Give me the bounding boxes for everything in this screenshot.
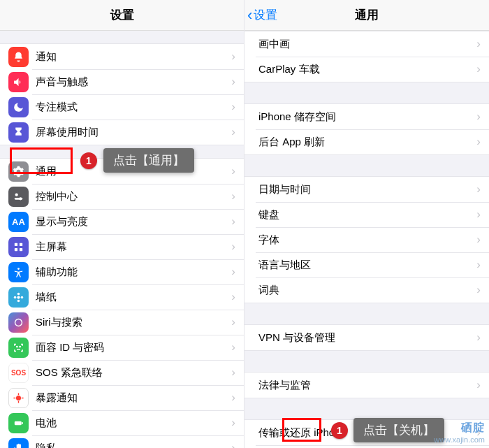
row-exposure[interactable]: 暴露通知 › (0, 385, 244, 410)
row-faceid[interactable]: 面容 ID 与密码 › (0, 335, 244, 360)
row-focus[interactable]: 专注模式 › (0, 94, 244, 120)
row-vpn[interactable]: VPN 与设备管理 › (245, 325, 489, 350)
textsize-icon: AA (8, 212, 29, 232)
row-control-center[interactable]: 控制中心 › (0, 184, 244, 209)
flower-icon (8, 287, 29, 308)
row-wallpaper[interactable]: 墙纸 › (0, 284, 244, 310)
svg-rect-3 (15, 243, 17, 245)
left-group-0: 通知 › 声音与触感 › 专注模式 › 屏幕使用时间 › (0, 43, 244, 145)
chevron-right-icon: › (476, 283, 481, 297)
left-group-1: 通用 › 控制中心 › AA 显示与亮度 › 主屏幕 › 辅助功能 › (0, 158, 244, 448)
back-button[interactable]: ‹ 设置 (247, 0, 277, 30)
chevron-right-icon: › (231, 366, 235, 380)
svg-rect-4 (20, 243, 22, 245)
chevron-right-icon: › (476, 182, 481, 196)
virus-icon (8, 388, 29, 408)
svg-point-15 (20, 346, 20, 347)
row-language[interactable]: 语言与地区 › (245, 252, 489, 277)
gear-icon (8, 161, 29, 182)
row-notifications[interactable]: 通知 › (0, 44, 244, 69)
chevron-right-icon: › (231, 164, 235, 178)
chevron-left-icon: ‹ (247, 8, 252, 23)
right-header: ‹ 设置 通用 (245, 0, 489, 31)
chevron-right-icon: › (476, 331, 481, 345)
chevron-right-icon: › (231, 189, 235, 203)
chevron-right-icon: › (476, 135, 481, 149)
row-display[interactable]: AA 显示与亮度 › (0, 209, 244, 234)
chevron-right-icon: › (476, 258, 481, 272)
row-carplay[interactable]: CarPlay 车载 › (245, 57, 489, 82)
chevron-right-icon: › (476, 233, 481, 247)
right-group-3: VPN 与设备管理 › (245, 324, 489, 351)
sos-icon: SOS (8, 363, 29, 383)
label: 通知 (36, 50, 231, 64)
callout-badge-1: 1 (80, 152, 97, 169)
chevron-right-icon: › (231, 50, 235, 64)
chevron-right-icon: › (231, 100, 235, 114)
svg-point-9 (17, 292, 20, 295)
battery-icon (8, 413, 29, 433)
moon-icon (8, 97, 29, 117)
svg-rect-22 (22, 422, 22, 424)
row-accessibility[interactable]: 辅助功能 › (0, 259, 244, 284)
chevron-right-icon: › (476, 37, 481, 51)
right-group-0: 画中画 › CarPlay 车载 › (245, 31, 489, 82)
right-group-4: 法律与监管 › (245, 372, 489, 398)
row-shutdown[interactable]: 关机 (245, 445, 489, 448)
right-group-1: iPhone 储存空间 › 后台 App 刷新 › (245, 103, 489, 155)
chevron-right-icon: › (231, 125, 235, 139)
row-battery[interactable]: 电池 › (0, 410, 244, 435)
chevron-right-icon: › (231, 240, 235, 254)
hand-icon (8, 438, 29, 449)
grid-icon (8, 237, 29, 257)
row-pip[interactable]: 画中画 › (245, 31, 489, 57)
chevron-right-icon: › (476, 426, 481, 440)
chevron-right-icon: › (231, 290, 235, 304)
row-homescreen[interactable]: 主屏幕 › (0, 234, 244, 259)
row-datetime[interactable]: 日期与时间 › (245, 177, 489, 202)
svg-point-0 (15, 193, 18, 196)
settings-panel: 设置 通知 › 声音与触感 › 专注模式 › 屏幕使用时间 › (0, 0, 245, 448)
svg-rect-6 (20, 247, 22, 250)
svg-rect-5 (15, 247, 17, 250)
row-screentime[interactable]: 屏幕使用时间 › (0, 120, 244, 145)
row-keyboard[interactable]: 键盘 › (245, 202, 489, 227)
row-legal[interactable]: 法律与监管 › (245, 373, 489, 398)
chevron-right-icon: › (231, 391, 235, 405)
chevron-right-icon: › (231, 441, 235, 448)
accessibility-icon (8, 262, 29, 282)
row-fonts[interactable]: 字体 › (245, 227, 489, 252)
svg-point-13 (15, 319, 22, 326)
speaker-icon (8, 72, 29, 92)
row-sos[interactable]: SOS SOS 紧急联络 › (0, 360, 244, 385)
row-sounds[interactable]: 声音与触感 › (0, 69, 244, 94)
left-title: 设置 (110, 7, 134, 23)
svg-point-7 (17, 268, 20, 270)
chevron-right-icon: › (476, 62, 481, 76)
chevron-right-icon: › (231, 340, 235, 354)
chevron-right-icon: › (231, 315, 235, 329)
svg-rect-21 (15, 421, 22, 425)
right-title: 通用 (355, 7, 379, 23)
svg-point-10 (17, 299, 20, 302)
callout-badge-2: 1 (331, 422, 348, 439)
siri-icon (8, 312, 29, 333)
chevron-right-icon: › (231, 75, 235, 89)
row-siri[interactable]: Siri与搜索 › (0, 310, 244, 335)
row-dictionary[interactable]: 词典 › (245, 277, 489, 303)
chevron-right-icon: › (231, 265, 235, 279)
general-panel: ‹ 设置 通用 画中画 › CarPlay 车载 › iPhone 储存空间 ›… (245, 0, 489, 448)
right-group-2: 日期与时间 › 键盘 › 字体 › 语言与地区 › 词典 › (245, 176, 489, 303)
svg-point-14 (17, 346, 17, 347)
callout-label-shutdown: 点击【关机】 (353, 418, 444, 442)
svg-point-8 (17, 296, 20, 298)
back-label: 设置 (254, 7, 277, 23)
row-privacy[interactable]: 隐私 › (0, 435, 244, 448)
row-storage[interactable]: iPhone 储存空间 › (245, 104, 489, 129)
right-content: 画中画 › CarPlay 车载 › iPhone 储存空间 › 后台 App … (245, 31, 489, 448)
callout-label-general: 点击【通用】 (103, 148, 194, 173)
chevron-right-icon: › (231, 215, 235, 229)
bell-icon (8, 47, 29, 67)
faceid-icon (8, 338, 29, 358)
row-background-refresh[interactable]: 后台 App 刷新 › (245, 129, 489, 154)
